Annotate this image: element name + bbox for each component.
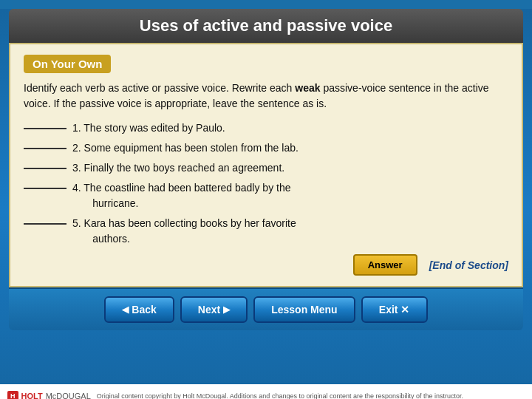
exercise-item-1: 1. The story was edited by Paulo. xyxy=(24,120,508,136)
exercise-text-3: 3. Finally the two boys reached an agree… xyxy=(72,160,508,176)
holt-logo-box: H xyxy=(7,391,18,399)
instructions-text: Identify each verb as active or passive … xyxy=(24,81,508,112)
mcdougal-text: McDOUGAL xyxy=(46,392,91,399)
blank-1 xyxy=(24,128,66,129)
lesson-menu-button[interactable]: Lesson Menu xyxy=(253,296,355,323)
footer: H HOLT McDOUGAL Original content copyrig… xyxy=(0,384,532,399)
exercise-text-4: 4. The coastline had been battered badly… xyxy=(72,180,508,211)
blank-5 xyxy=(24,223,66,225)
content-area: On Your Own Identify each verb as active… xyxy=(9,43,523,287)
exercise-text-1: 1. The story was edited by Paulo. xyxy=(72,120,508,136)
back-label: Back xyxy=(132,304,156,316)
exercise-list: 1. The story was edited by Paulo. 2. Som… xyxy=(24,120,508,247)
exit-x-icon: ✕ xyxy=(400,304,409,316)
exercise-text-5: 5. Kara has been collecting books by her… xyxy=(72,216,508,247)
exit-button[interactable]: Exit ✕ xyxy=(361,296,428,323)
blank-4 xyxy=(24,188,66,189)
blank-3 xyxy=(24,168,66,169)
blank-2 xyxy=(24,148,66,149)
exit-label: Exit xyxy=(379,304,398,316)
footer-note: Original content copyright by Holt McDou… xyxy=(97,392,525,399)
bold-word: weak xyxy=(295,82,320,94)
section-label: On Your Own xyxy=(24,55,111,73)
exercise-text-2: 2. Some equipment has been stolen from t… xyxy=(72,140,508,156)
end-section: [End of Section] xyxy=(429,259,508,271)
holt-logo: H HOLT McDOUGAL xyxy=(7,391,91,399)
back-arrow-icon: ◀ xyxy=(122,304,129,315)
next-button[interactable]: Next ▶ xyxy=(180,296,248,323)
next-arrow-icon: ▶ xyxy=(223,304,230,315)
page-title: Uses of active and passive voice xyxy=(24,16,508,35)
title-bar: Uses of active and passive voice xyxy=(9,9,523,43)
exercise-item-3: 3. Finally the two boys reached an agree… xyxy=(24,160,508,176)
lesson-menu-label: Lesson Menu xyxy=(271,304,337,316)
exercise-item-5: 5. Kara has been collecting books by her… xyxy=(24,216,508,247)
exercise-item-2: 2. Some equipment has been stolen from t… xyxy=(24,140,508,156)
exercise-item-4: 4. The coastline had been battered badly… xyxy=(24,180,508,211)
nav-bar: ◀ Back Next ▶ Lesson Menu Exit ✕ xyxy=(9,287,523,330)
holt-text: HOLT xyxy=(21,392,43,399)
app-container: Uses of active and passive voice On Your… xyxy=(0,9,532,399)
answer-row: Answer [End of Section] xyxy=(24,254,508,276)
next-label: Next xyxy=(198,304,220,316)
back-button[interactable]: ◀ Back xyxy=(104,296,174,323)
answer-button[interactable]: Answer xyxy=(353,254,417,276)
